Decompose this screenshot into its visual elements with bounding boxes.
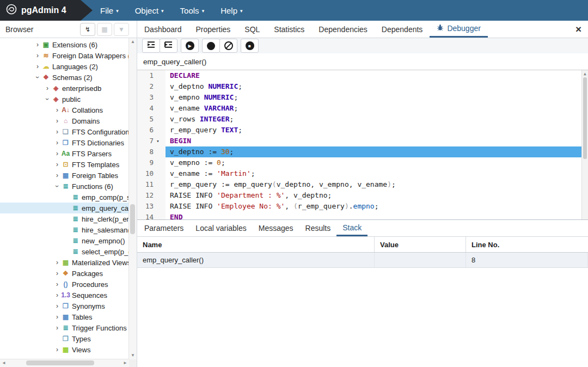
tree-item-new-empno[interactable]: ≣new_empno(): [0, 235, 129, 246]
tree-item-domains[interactable]: ›⌂Domains: [0, 115, 129, 126]
tree-item-trigger-functions[interactable]: ›≣Trigger Functions: [0, 322, 129, 333]
tree-item-emp-query-cal[interactable]: ≣emp_query_cal: [0, 203, 129, 213]
scroll-up-icon[interactable]: ▲: [582, 70, 588, 78]
tree-item-tables[interactable]: ›▦Tables: [0, 311, 129, 322]
tree-item-fts-templates[interactable]: ›⊡FTS Templates: [0, 159, 129, 170]
code-line[interactable]: v_rows INTEGER;: [166, 114, 588, 125]
tree-item-functions-6[interactable]: ›≣Functions (6): [0, 181, 129, 192]
code-line[interactable]: v_ename := 'Martin';: [166, 168, 588, 179]
current-debug-line[interactable]: v_deptno := 30;: [166, 146, 588, 157]
tab-local-variables[interactable]: Local variables: [189, 220, 252, 236]
tree-item-types[interactable]: ❐Types: [0, 333, 129, 344]
chevron-right-icon[interactable]: ›: [53, 117, 61, 125]
code-editor[interactable]: 1DECLARE2v_deptno NUMERIC;3v_empno NUMER…: [137, 70, 588, 219]
tree-horizontal-scrollbar[interactable]: ◄ ►: [0, 359, 129, 367]
tab-messages[interactable]: Messages: [253, 220, 299, 236]
chevron-down-icon[interactable]: ›: [53, 182, 61, 190]
tree-item-materialized-views[interactable]: ›▦Materialized Views: [0, 257, 129, 268]
editor-line[interactable]: 7▾BEGIN: [137, 136, 588, 146]
editor-line[interactable]: 6r_emp_query TEXT;: [137, 125, 588, 136]
chevron-right-icon[interactable]: ›: [34, 52, 41, 59]
editor-line[interactable]: 3v_empno NUMERIC;: [137, 92, 588, 103]
tree-item-hire-salesman[interactable]: ≣hire_salesman(: [0, 224, 129, 235]
code-line[interactable]: RAISE INFO 'Department : %', v_deptno;: [166, 190, 588, 201]
chevron-right-icon[interactable]: ›: [53, 324, 61, 332]
chevron-down-icon[interactable]: ›: [34, 74, 41, 81]
editor-line[interactable]: 4v_ename VARCHAR;: [137, 103, 588, 114]
chevron-right-icon[interactable]: ›: [53, 259, 61, 266]
step-into-button[interactable]: [142, 39, 160, 53]
tree-item-schemas-2[interactable]: ›❖Schemas (2): [0, 72, 129, 83]
tree-item-collations[interactable]: ›A↓Collations: [0, 105, 129, 115]
menu-file[interactable]: File▾: [100, 6, 119, 15]
tab-dashboard[interactable]: Dashboard: [137, 21, 189, 38]
code-line[interactable]: v_ename VARCHAR;: [166, 103, 588, 114]
code-line[interactable]: END: [166, 212, 588, 219]
menu-help[interactable]: Help▾: [220, 6, 242, 15]
editor-line[interactable]: 8v_deptno := 30;: [137, 146, 588, 157]
chevron-right-icon[interactable]: ›: [53, 270, 61, 277]
menu-tools[interactable]: Tools▾: [180, 6, 205, 15]
tab-statistics[interactable]: Statistics: [267, 21, 311, 38]
editor-line[interactable]: 10v_ename := 'Martin';: [137, 168, 588, 179]
chevron-right-icon[interactable]: ›: [44, 84, 51, 92]
tree-item-sequences[interactable]: ›1.3Sequences: [0, 290, 129, 301]
fold-marker-icon[interactable]: ▾: [154, 136, 162, 146]
code-line[interactable]: BEGIN: [166, 136, 588, 146]
editor-vscroll-thumb[interactable]: [583, 77, 587, 159]
tab-debugger[interactable]: Debugger: [430, 21, 488, 38]
tab-dependents[interactable]: Dependents: [375, 21, 430, 38]
tree-item-procedures[interactable]: ›()Procedures: [0, 279, 129, 290]
tree-item-fts-parsers[interactable]: ›AaFTS Parsers: [0, 148, 129, 159]
chevron-right-icon[interactable]: ›: [53, 150, 61, 157]
tree-item-select-emp-p-e[interactable]: ≣select_emp(p_e: [0, 246, 129, 257]
chevron-right-icon[interactable]: ›: [53, 106, 61, 114]
code-line[interactable]: RAISE INFO 'Employee No: %', (r_emp_quer…: [166, 201, 588, 212]
chevron-down-icon[interactable]: ›: [44, 95, 51, 103]
editor-line[interactable]: 11r_emp_query := emp_query(v_deptno, v_e…: [137, 179, 588, 190]
tab-stack[interactable]: Stack: [336, 220, 367, 236]
step-over-button[interactable]: [160, 39, 177, 53]
tree-item-hire-clerk-p-en[interactable]: ≣hire_clerk(p_en: [0, 213, 129, 224]
scroll-left-icon[interactable]: ◄: [0, 359, 8, 367]
quick-search-button[interactable]: ↯: [80, 23, 95, 36]
chevron-right-icon[interactable]: ›: [53, 139, 61, 146]
editor-line[interactable]: 14END: [137, 212, 588, 219]
scroll-up-icon[interactable]: ▲: [129, 38, 137, 46]
tree-item-foreign-data-wrappers-2[interactable]: ›≋Foreign Data Wrappers (2: [0, 50, 129, 61]
chevron-right-icon[interactable]: ›: [53, 172, 61, 179]
chevron-right-icon[interactable]: ›: [53, 161, 61, 168]
editor-line[interactable]: 9v_empno := 0;: [137, 157, 588, 168]
chevron-right-icon[interactable]: ›: [53, 346, 61, 353]
code-line[interactable]: DECLARE: [166, 70, 588, 81]
stop-button[interactable]: ■: [241, 39, 259, 53]
tree-item-views[interactable]: ›▦Views: [0, 344, 129, 355]
editor-vertical-scrollbar[interactable]: ▲: [581, 70, 588, 219]
tab-parameters[interactable]: Parameters: [138, 220, 189, 236]
tree-item-packages[interactable]: ›❖Packages: [0, 268, 129, 279]
tree-item-extensions-6[interactable]: ›▣Extensions (6): [0, 39, 129, 50]
toggle-breakpoint-button[interactable]: [202, 39, 220, 53]
tab-dependencies[interactable]: Dependencies: [311, 21, 375, 38]
scroll-right-icon[interactable]: ►: [121, 359, 129, 367]
chevron-right-icon[interactable]: ›: [34, 41, 41, 48]
tree-item-fts-dictionaries[interactable]: ›❒FTS Dictionaries: [0, 137, 129, 148]
code-line[interactable]: v_empno NUMERIC;: [166, 92, 588, 103]
chevron-right-icon[interactable]: ›: [53, 128, 61, 136]
tree-item-emp-comp-p-s[interactable]: ≣emp_comp(p_s: [0, 192, 129, 203]
tab-results[interactable]: Results: [299, 220, 337, 236]
chevron-right-icon[interactable]: ›: [53, 313, 61, 321]
stack-frame-row[interactable]: emp_query_caller()8: [137, 253, 588, 268]
scroll-down-icon[interactable]: ▼: [129, 352, 137, 359]
code-line[interactable]: v_empno := 0;: [166, 157, 588, 168]
close-icon[interactable]: ×: [575, 24, 581, 34]
editor-line[interactable]: 5v_rows INTEGER;: [137, 114, 588, 125]
code-line[interactable]: v_deptno NUMERIC;: [166, 81, 588, 92]
chevron-right-icon[interactable]: ›: [53, 291, 61, 299]
clear-all-breakpoints-button[interactable]: [219, 39, 237, 53]
tree-vertical-scrollbar[interactable]: ▲ ▼: [128, 38, 137, 359]
editor-line[interactable]: 1DECLARE: [137, 70, 588, 81]
menu-object[interactable]: Object▾: [135, 6, 164, 15]
tree-item-synonyms[interactable]: ›❐Synonyms: [0, 301, 129, 311]
tree-item-fts-configurations[interactable]: ›❏FTS Configurations: [0, 126, 129, 137]
